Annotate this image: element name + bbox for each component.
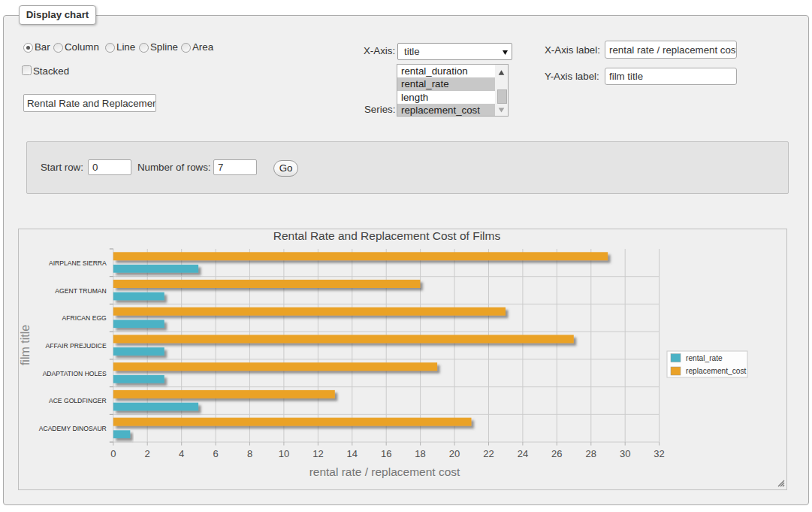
svg-text:6: 6 (213, 448, 218, 459)
svg-text:22: 22 (483, 448, 494, 459)
svg-text:AFRICAN EGG: AFRICAN EGG (62, 314, 107, 322)
svg-text:32: 32 (654, 448, 664, 459)
svg-text:ADAPTATION HOLES: ADAPTATION HOLES (43, 370, 107, 377)
svg-text:28: 28 (586, 448, 596, 459)
svg-text:AFFAIR PREJUDICE: AFFAIR PREJUDICE (46, 342, 107, 350)
svg-text:26: 26 (551, 448, 562, 459)
svg-text:rental rate / replacement cost: rental rate / replacement cost (309, 465, 460, 478)
svg-text:rental_rate: rental_rate (686, 354, 723, 362)
svg-text:30: 30 (620, 448, 630, 459)
svg-text:8: 8 (247, 448, 252, 459)
svg-text:AIRPLANE SIERRA: AIRPLANE SIERRA (49, 259, 107, 267)
svg-text:14: 14 (347, 448, 358, 459)
svg-text:24: 24 (518, 448, 528, 459)
svg-text:10: 10 (279, 448, 289, 459)
svg-text:AGENT TRUMAN: AGENT TRUMAN (55, 287, 106, 295)
svg-text:0: 0 (110, 448, 116, 459)
svg-text:20: 20 (449, 448, 460, 459)
svg-text:ACE GOLDFINGER: ACE GOLDFINGER (49, 397, 107, 404)
svg-text:16: 16 (381, 448, 391, 459)
svg-text:replacement_cost: replacement_cost (686, 367, 747, 375)
svg-text:Rental Rate and Replacement Co: Rental Rate and Replacement Cost of Film… (273, 229, 501, 242)
svg-text:4: 4 (179, 448, 184, 459)
svg-text:ACADEMY DINOSAUR: ACADEMY DINOSAUR (39, 425, 107, 432)
svg-text:2: 2 (145, 448, 150, 459)
svg-text:12: 12 (312, 448, 323, 459)
svg-text:18: 18 (415, 448, 425, 459)
svg-text:film title: film title (19, 325, 32, 365)
